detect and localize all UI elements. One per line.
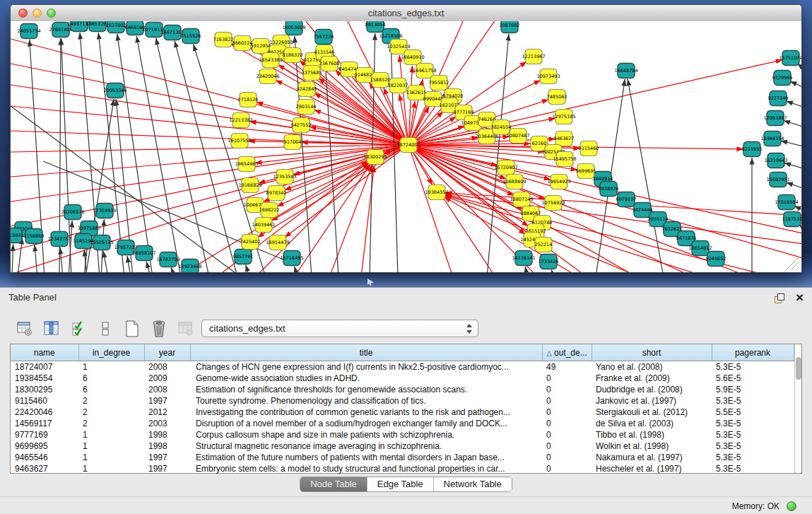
column-header-short[interactable]: short: [592, 344, 712, 361]
graph-node[interactable]: 19654923: [547, 175, 570, 189]
graph-node[interactable]: 12923448: [178, 259, 201, 273]
select-rows-icon[interactable]: [69, 320, 88, 338]
graph-edge[interactable]: [790, 81, 801, 87]
table-row[interactable]: 911546021997Tourette syndrome. Phenomeno…: [11, 395, 794, 407]
graph-node[interactable]: 19166829: [238, 178, 261, 193]
graph-node[interactable]: 9227349: [768, 91, 789, 106]
graph-node[interactable]: 252214: [535, 238, 553, 252]
graph-node[interactable]: 15495758: [553, 152, 576, 167]
table-row[interactable]: 946554611997Estimation of the future num…: [11, 452, 794, 463]
graph-edge[interactable]: [35, 245, 37, 272]
graph-edge[interactable]: [136, 36, 181, 272]
column-header-title[interactable]: title: [190, 344, 542, 361]
float-panel-icon[interactable]: [775, 293, 784, 303]
graph-node[interactable]: 7163822: [213, 33, 234, 47]
graph-node[interactable]: 18724007: [396, 138, 420, 153]
graph-edge[interactable]: [294, 267, 298, 272]
create-table-icon[interactable]: [123, 320, 141, 338]
graph-node[interactable]: 7515526: [181, 29, 201, 44]
graph-node[interactable]: 7955812: [429, 76, 449, 90]
graph-node[interactable]: 8938924: [599, 182, 619, 197]
graph-edge[interactable]: [324, 45, 339, 272]
graph-node[interactable]: 7485063: [547, 90, 567, 105]
graph-node[interactable]: 1527002: [106, 21, 126, 33]
close-panel-icon[interactable]: ×: [796, 288, 804, 307]
graph-node[interactable]: 15692951: [766, 173, 789, 187]
graph-edge[interactable]: [408, 145, 495, 272]
graph-node[interactable]: 1156869: [24, 229, 45, 244]
graph-node[interactable]: 13505135: [90, 235, 113, 250]
graph-edge[interactable]: [146, 262, 151, 272]
graph-node[interactable]: 6979197: [616, 192, 637, 207]
graph-node[interactable]: 9857791: [233, 250, 254, 264]
memory-indicator[interactable]: [787, 501, 796, 511]
graph-edge[interactable]: [246, 264, 249, 272]
graph-node[interactable]: 12444154: [760, 132, 784, 146]
graph-node[interactable]: 15751074: [779, 51, 801, 66]
tab-network-table[interactable]: Network Table: [434, 477, 512, 491]
column-header-year[interactable]: year: [144, 344, 190, 361]
table-row[interactable]: 1830029562008Estimation of significance …: [11, 384, 794, 395]
graph-edge[interactable]: [127, 256, 131, 272]
graph-node[interactable]: 16053809: [282, 21, 305, 35]
table-scrollbar[interactable]: [794, 344, 802, 473]
graph-node[interactable]: 2718126: [238, 93, 259, 107]
column-header-out_degree[interactable]: △out_de...: [542, 344, 592, 361]
graph-node[interactable]: 16640910: [401, 50, 424, 65]
graph-node[interactable]: 10688609: [502, 175, 526, 189]
graph-edge[interactable]: [103, 251, 108, 272]
graph-node[interactable]: 14136141: [512, 251, 535, 266]
graph-node[interactable]: 18807249: [510, 192, 533, 207]
graph-node[interactable]: 917004: [284, 135, 302, 150]
graph-node[interactable]: 12975185: [552, 110, 575, 124]
graph-node[interactable]: 20053346: [103, 83, 126, 98]
graph-node[interactable]: 2087682: [500, 21, 520, 33]
graph-node[interactable]: 24055734: [17, 24, 40, 39]
graph-node[interactable]: 9242845: [297, 82, 317, 97]
graph-edge[interactable]: [408, 145, 453, 272]
graph-node[interactable]: 12213967: [522, 49, 545, 64]
graph-edge[interactable]: [12, 244, 13, 272]
graph-edge[interactable]: [117, 34, 153, 272]
graph-node[interactable]: 19384554: [425, 185, 448, 200]
graph-node[interactable]: 3375685: [302, 66, 322, 81]
graph-node[interactable]: 20206576: [61, 205, 84, 220]
graph-node[interactable]: 2367608: [319, 57, 340, 71]
graph-node[interactable]: 16648784: [614, 64, 637, 78]
window-titlebar[interactable]: citations_edges.txt: [11, 5, 801, 22]
graph-node[interactable]: 16210643: [764, 153, 787, 168]
row-layout-icon[interactable]: [96, 320, 114, 338]
graph-node[interactable]: 9129966: [772, 71, 793, 86]
graph-edge[interactable]: [408, 145, 551, 180]
graph-edge[interactable]: [60, 247, 63, 272]
graph-node[interactable]: 10756928: [541, 196, 565, 211]
graph-node[interactable]: 1733426: [539, 255, 559, 269]
column-header-name[interactable]: name: [11, 344, 78, 361]
graph-edge[interactable]: [784, 163, 801, 168]
graph-node[interactable]: 12353593: [273, 170, 296, 185]
graph-node[interactable]: 1698222: [259, 203, 280, 218]
graph-edge[interactable]: [786, 101, 801, 107]
graph-node[interactable]: 9463627: [554, 132, 575, 146]
graph-node[interactable]: 12093887: [763, 111, 787, 126]
graph-node[interactable]: 7557224: [314, 30, 334, 45]
graph-node[interactable]: 8978342: [266, 186, 287, 201]
table-row[interactable]: 946362711997Embryonic stem cells: a mode…: [11, 463, 794, 474]
graph-node[interactable]: 9699695: [576, 164, 596, 179]
table-row[interactable]: 977716911998Corpus callosum shape and si…: [11, 429, 794, 440]
graph-node[interactable]: 12213383: [229, 113, 252, 128]
column-header-in_degree[interactable]: in_degree: [78, 344, 144, 361]
graph-node[interactable]: 12342757: [47, 232, 71, 247]
graph-node[interactable]: 8186328: [283, 48, 303, 63]
graph-node[interactable]: 8427552: [291, 118, 312, 133]
graph-node[interactable]: 16543382: [259, 53, 282, 68]
table-row[interactable]: 1456911722003Disruption of a novel membe…: [11, 418, 794, 429]
graph-node[interactable]: 16914479: [266, 235, 289, 250]
graph-node[interactable]: 16958107: [132, 246, 155, 261]
graph-edge[interactable]: [781, 141, 801, 146]
delete-attribute-icon[interactable]: [150, 320, 168, 338]
graph-edge[interactable]: [11, 145, 408, 152]
graph-edge[interactable]: [361, 165, 375, 272]
graph-node[interactable]: 7425402: [240, 235, 261, 250]
graph-node[interactable]: 1167531: [782, 212, 801, 227]
